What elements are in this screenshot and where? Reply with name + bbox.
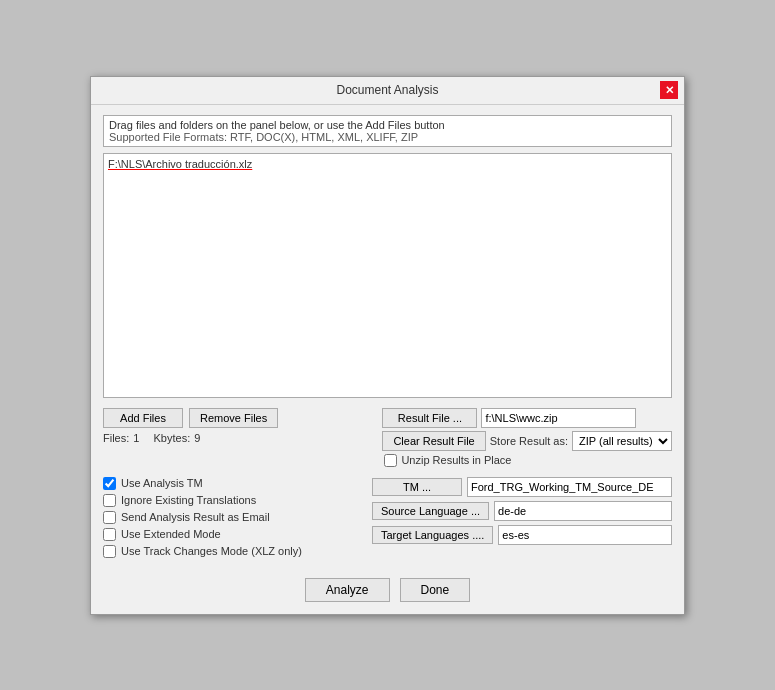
tm-section: TM ... Source Language ... Target Langua… <box>372 477 672 558</box>
source-lang-button[interactable]: Source Language ... <box>372 502 489 520</box>
use-track-changes-checkbox[interactable] <box>103 545 116 558</box>
send-email-row: Send Analysis Result as Email <box>103 511 362 524</box>
ignore-existing-label: Ignore Existing Translations <box>121 494 256 506</box>
target-lang-row: Target Languages .... <box>372 525 672 545</box>
store-select[interactable]: ZIP (all results) Single file Multiple f… <box>572 431 672 451</box>
dropped-file: F:\NLS\Archivo traducción.xlz <box>108 158 667 170</box>
source-lang-input[interactable] <box>494 501 672 521</box>
tm-row: TM ... <box>372 477 672 497</box>
store-result-row: Clear Result File Store Result as: ZIP (… <box>382 431 672 451</box>
close-button[interactable]: ✕ <box>660 81 678 99</box>
unzip-row: Unzip Results in Place <box>384 454 672 467</box>
add-files-button[interactable]: Add Files <box>103 408 183 428</box>
tm-button[interactable]: TM ... <box>372 478 462 496</box>
use-extended-checkbox[interactable] <box>103 528 116 541</box>
window-body: Drag files and folders on the panel belo… <box>91 105 684 614</box>
ignore-existing-row: Ignore Existing Translations <box>103 494 362 507</box>
result-file-row: Result File ... <box>382 408 672 428</box>
ignore-existing-checkbox[interactable] <box>103 494 116 507</box>
result-path-input[interactable] <box>481 408 636 428</box>
unzip-checkbox[interactable] <box>384 454 397 467</box>
source-lang-row: Source Language ... <box>372 501 672 521</box>
file-stats: Files: 1 Kbytes: 9 <box>103 432 376 444</box>
send-email-checkbox[interactable] <box>103 511 116 524</box>
store-label: Store Result as: <box>490 435 568 447</box>
bottom-buttons: Analyze Done <box>103 578 672 602</box>
formats-text: Supported File Formats: RTF, DOC(X), HTM… <box>109 131 666 143</box>
middle-area: Add Files Remove Files Files: 1 Kbytes: … <box>103 408 672 467</box>
files-value: 1 <box>133 432 139 444</box>
formats-value: RTF, DOC(X), HTML, XML, XLIFF, ZIP <box>230 131 418 143</box>
use-extended-row: Use Extended Mode <box>103 528 362 541</box>
use-analysis-tm-checkbox[interactable] <box>103 477 116 490</box>
checkboxes-col: Use Analysis TM Ignore Existing Translat… <box>103 477 362 558</box>
clear-result-button[interactable]: Clear Result File <box>382 431 485 451</box>
analyze-button[interactable]: Analyze <box>305 578 390 602</box>
kbytes-label: Kbytes: <box>154 432 191 444</box>
target-lang-button[interactable]: Target Languages .... <box>372 526 493 544</box>
document-analysis-window: Document Analysis ✕ Drag files and folde… <box>90 76 685 615</box>
result-file-button[interactable]: Result File ... <box>382 408 477 428</box>
file-path: F:\NLS\Archivo traducción.xlz <box>108 158 252 170</box>
done-button[interactable]: Done <box>400 578 471 602</box>
drag-hint: Drag files and folders on the panel belo… <box>109 119 666 131</box>
files-label: Files: <box>103 432 129 444</box>
remove-files-button[interactable]: Remove Files <box>189 408 278 428</box>
tm-value-input[interactable] <box>467 477 672 497</box>
kbytes-value: 9 <box>194 432 200 444</box>
use-track-changes-label: Use Track Changes Mode (XLZ only) <box>121 545 302 557</box>
unzip-label: Unzip Results in Place <box>401 454 511 466</box>
file-drop-area[interactable]: F:\NLS\Archivo traducción.xlz <box>103 153 672 398</box>
formats-label: Supported File Formats: <box>109 131 227 143</box>
use-analysis-tm-row: Use Analysis TM <box>103 477 362 490</box>
use-analysis-tm-label: Use Analysis TM <box>121 477 203 489</box>
lower-section: Use Analysis TM Ignore Existing Translat… <box>103 477 672 558</box>
send-email-label: Send Analysis Result as Email <box>121 511 270 523</box>
target-lang-input[interactable] <box>498 525 672 545</box>
use-extended-label: Use Extended Mode <box>121 528 221 540</box>
result-controls: Result File ... Clear Result File Store … <box>382 408 672 467</box>
window-title: Document Analysis <box>115 83 660 97</box>
hint-box: Drag files and folders on the panel belo… <box>103 115 672 147</box>
use-track-changes-row: Use Track Changes Mode (XLZ only) <box>103 545 362 558</box>
title-bar: Document Analysis ✕ <box>91 77 684 105</box>
